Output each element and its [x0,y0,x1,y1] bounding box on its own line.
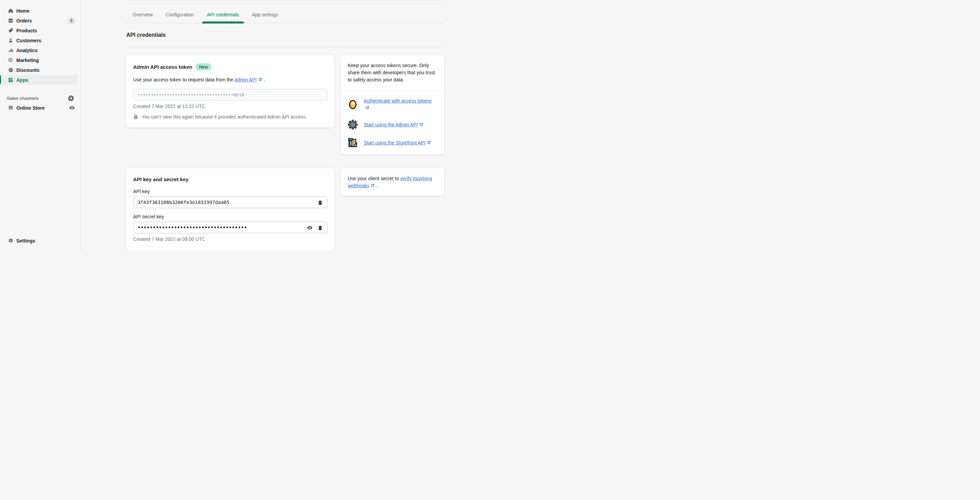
admin-api-token-card: Admin API access token New Use your acce… [126,55,334,128]
admin-token-field[interactable]: ••••••••••••••••••••••••••••••••••••6b18 [133,89,328,100]
sidebar-item-home[interactable]: Home [2,6,78,16]
link-label: Authenticate with access tokens [364,98,431,104]
api-secret-field[interactable]: •••••••••••••••••••••••••••••••••••• [133,222,328,233]
content: Overview Configuration API credentials A… [126,0,444,250]
authenticate-tokens-link[interactable]: Authenticate with access tokens [364,97,437,112]
storefront-api-start-link[interactable]: Start using the Storefront API [364,139,431,146]
link-label: Start using the Storefront API [364,140,425,145]
tab-api-credentials[interactable]: API credentials [202,6,244,23]
desc-suffix: . [262,77,265,83]
tab-label: Configuration [165,12,194,18]
api-key-value: 3f43f363106b3206fe3e1031997daa85 [138,200,229,205]
lock-icon [133,114,138,119]
admin-api-start-link[interactable]: Start using the Admin API [364,121,423,128]
sidebar-item-label: Online Store [16,105,45,111]
sidebar-item-apps[interactable]: Apps [2,75,78,85]
token-notice-row: You can’t view this again because it pro… [133,114,328,119]
storefront-icon [8,105,13,110]
tab-configuration[interactable]: Configuration [161,6,199,23]
sidebar-item-label: Analytics [16,48,37,53]
external-link-icon [419,122,423,127]
token-tail: 6b18 [234,92,244,97]
security-text: Keep your access tokens secure. Only sha… [341,55,444,90]
pixel-gear-icon [348,119,358,130]
sidebar-item-label: Marketing [16,57,39,63]
security-links: Authenticate with access tokens Start us… [341,91,444,154]
analytics-bars-icon [8,48,13,53]
sidebar-item-analytics[interactable]: Analytics [2,45,78,55]
token-notice-text: You can’t view this again because it pro… [142,114,307,119]
api-key-card: API key and secret key API key 3f43f3631… [126,168,334,250]
api-secret-label: API secret key [133,214,328,219]
sidebar-item-discounts[interactable]: Discounts [2,65,78,75]
sidebar-item-settings[interactable]: Settings [2,236,78,245]
products-tag-icon [8,28,13,33]
token-description: Use your access token to request data fr… [133,76,328,83]
copy-api-secret-button[interactable] [317,225,323,231]
link-row: Authenticate with access tokens [348,97,437,112]
link-row: Start using the Storefront API [348,138,437,148]
sidebar-item-customers[interactable]: Customers [2,35,78,45]
token-mask: •••••••••••••••••••••••••••••••••••• [138,92,234,97]
add-sales-channel-button[interactable] [68,95,74,102]
card-title-row: Admin API access token New [133,63,328,70]
marketing-target-icon [8,57,13,63]
sidebar-item-online-store[interactable]: Online Store [2,103,78,113]
external-link-icon [371,183,375,188]
sidebar-item-label: Apps [16,77,28,83]
tab-app-settings[interactable]: App settings [247,6,283,23]
toggle-secret-visibility-button[interactable] [307,225,313,231]
sidebar-nav: Home Orders 9 Products Customers [0,6,81,85]
customers-icon [8,38,13,43]
api-key-label: API key [133,189,328,194]
admin-api-link[interactable]: Admin API [234,77,262,83]
copy-api-key-button[interactable] [317,200,323,205]
card-title: Admin API access token [133,64,192,70]
view-online-store-button[interactable] [69,105,75,111]
secret-created-text: Created 7 Mar 2022 at 09:00 UTC [133,236,328,242]
token-created-text: Created 7 Mar 2022 at 13:22 UTC [133,104,328,109]
field-actions [307,225,323,231]
orders-count-badge: 9 [67,18,75,24]
eye-icon [69,105,75,111]
active-tab-underline [202,21,244,24]
sidebar-item-label: Orders [16,18,32,24]
link-row: Start using the Admin API [348,119,437,130]
sidebar-item-label: Customers [16,38,41,43]
sales-channels-header: Sales channels [0,93,81,103]
external-link-icon [258,77,262,82]
shopify-admin-app: Home Orders 9 Products Customers [0,0,490,250]
active-item-indicator [0,75,1,84]
clipboard-icon [317,200,323,205]
api-key-field[interactable]: 3f43f363106b3206fe3e1031997daa85 [133,196,328,208]
tab-overview[interactable]: Overview [128,6,158,23]
coin-icon [348,99,358,110]
desc-prefix: Use your access token to request data fr… [133,77,234,83]
storefront-book-icon [348,138,358,148]
sales-channels-label: Sales channels [7,96,39,101]
page-header: API credentials [126,23,444,47]
plus-circle-icon [68,95,74,102]
cards-grid: Admin API access token New Use your acce… [126,55,444,250]
sidebar-item-label: Settings [16,238,35,244]
sidebar-item-label: Home [16,8,30,14]
tab-label: Overview [133,12,153,18]
card-title: API key and secret key [133,177,328,182]
sidebar-item-marketing[interactable]: Marketing [2,55,78,65]
webhooks-prefix: Use your client secret to [348,176,400,181]
home-icon [8,8,13,13]
external-link-icon [365,105,369,110]
sidebar-item-products[interactable]: Products [2,25,78,35]
clipboard-icon [317,225,323,231]
sidebar-item-label: Products [16,28,37,33]
gear-icon [8,238,13,243]
eye-icon [307,225,313,231]
link-label: Start using the Admin API [364,122,418,127]
webhooks-text: Use your client secret to verify incomin… [341,168,444,196]
sidebar-item-orders[interactable]: Orders 9 [2,16,78,25]
page-title: API credentials [126,32,166,38]
link-label: Admin API [234,77,256,83]
webhooks-suffix: . [375,183,378,188]
api-secret-mask: •••••••••••••••••••••••••••••••••••• [138,225,247,230]
sidebar-item-label: Discounts [16,67,40,73]
